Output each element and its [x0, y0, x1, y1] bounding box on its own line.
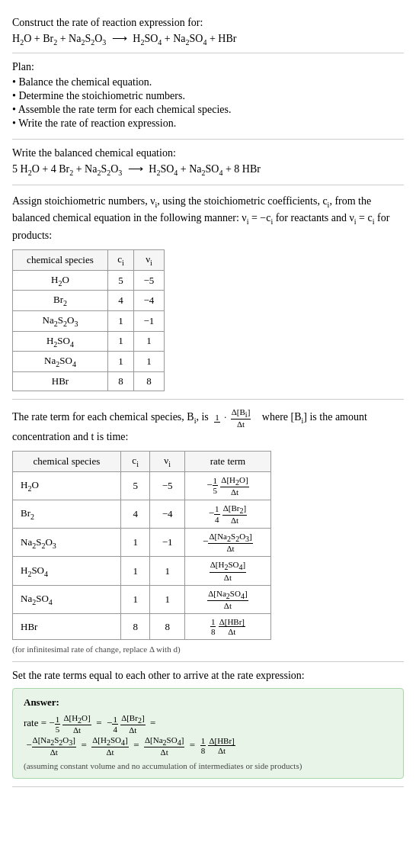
rt-vi-br2: −4 — [150, 500, 184, 528]
stoich-intro: Assign stoichiometric numbers, νi, using… — [12, 193, 404, 244]
rate-term-section: The rate term for each chemical species,… — [12, 400, 404, 662]
rt-vi-na2so4: 1 — [150, 585, 184, 613]
table-row: H2O 5 −5 −15 Δ[H2O]Δt — [13, 471, 271, 500]
rt-term-hbr: 18 Δ[HBr]Δt — [184, 614, 270, 640]
table-row: H2SO4 1 1 — [13, 331, 165, 352]
vi-h2so4: 1 — [133, 331, 164, 352]
rate-terms-table: chemical species ci νi rate term H2O 5 −… — [12, 451, 271, 640]
table-row: Br2 4 −4 −14 Δ[Br2]Δt — [13, 500, 271, 528]
balanced-label: Write the balanced chemical equation: — [12, 147, 404, 159]
stoich-section: Assign stoichiometric numbers, νi, using… — [12, 185, 404, 400]
answer-box: Answer: rate = −15 Δ[H2O]Δt = −14 Δ[Br2]… — [12, 688, 404, 779]
rt-term-h2so4: Δ[H2SO4]Δt — [184, 557, 270, 585]
table-row: Br2 4 −4 — [13, 291, 165, 311]
plan-step-2: Determine the stoichiometric numbers. — [12, 90, 404, 102]
vi-br2: −4 — [133, 291, 164, 311]
rate-col-term: rate term — [184, 452, 270, 472]
table-row: HBr 8 8 — [13, 371, 165, 391]
rt-term-na2s2o3: −Δ[Na2S2O3]Δt — [184, 529, 270, 557]
plan-step-1: Balance the chemical equation. — [12, 76, 404, 88]
rt-ci-h2so4: 1 — [120, 557, 150, 585]
rate-intro: The rate term for each chemical species,… — [12, 407, 404, 445]
table-row: Na2SO4 1 1 — [13, 352, 165, 372]
balanced-section: Write the balanced chemical equation: 5 … — [12, 140, 404, 185]
rt-vi-h2o: −5 — [150, 471, 184, 500]
rt-ci-na2s2o3: 1 — [120, 529, 150, 557]
rt-ci-hbr: 8 — [120, 614, 150, 640]
table-row: H2SO4 1 1 Δ[H2SO4]Δt — [13, 557, 271, 585]
table-row: HBr 8 8 18 Δ[HBr]Δt — [13, 614, 271, 640]
table-row: H2O 5 −5 — [13, 270, 165, 291]
plan-step-3: Assemble the rate term for each chemical… — [12, 104, 404, 116]
rt-term-br2: −14 Δ[Br2]Δt — [184, 500, 270, 528]
species-hbr: HBr — [13, 371, 108, 391]
species-h2o: H2O — [13, 270, 108, 291]
vi-h2o: −5 — [133, 270, 164, 291]
plan-title: Plan: — [12, 61, 404, 73]
rt-ci-h2o: 5 — [120, 471, 150, 500]
rate-label: rate = — [24, 717, 46, 728]
rt-term-na2so4: Δ[Na2SO4]Δt — [184, 585, 270, 613]
ci-na2s2o3: 1 — [107, 310, 133, 331]
species-br2: Br2 — [13, 291, 108, 311]
species-na2s2o3: Na2S2O3 — [13, 310, 108, 331]
footnote: (for infinitesimal rate of change, repla… — [12, 645, 404, 654]
construct-label: Construct the rate of reaction expressio… — [12, 17, 404, 29]
ci-na2so4: 1 — [107, 352, 133, 372]
vi-na2so4: 1 — [133, 352, 164, 372]
rate-col-ci: ci — [120, 452, 150, 472]
rate-col-species: chemical species — [13, 452, 121, 472]
ci-h2so4: 1 — [107, 331, 133, 352]
answer-label: Answer: — [24, 696, 392, 709]
vi-na2s2o3: −1 — [133, 310, 164, 331]
rate-col-vi: νi — [150, 452, 184, 472]
rt-vi-hbr: 8 — [150, 614, 184, 640]
stoich-col-vi: νi — [133, 250, 164, 271]
header-section: Construct the rate of reaction expressio… — [12, 9, 404, 53]
table-row: Na2S2O3 1 −1 — [13, 310, 165, 331]
rt-ci-br2: 4 — [120, 500, 150, 528]
ci-h2o: 5 — [107, 270, 133, 291]
rt-species-na2so4: Na2SO4 — [13, 585, 121, 613]
ci-hbr: 8 — [107, 371, 133, 391]
ci-br2: 4 — [107, 291, 133, 311]
plan-section: Plan: Balance the chemical equation. Det… — [12, 53, 404, 140]
rt-ci-na2so4: 1 — [120, 585, 150, 613]
rt-species-h2o: H2O — [13, 471, 121, 500]
plan-list: Balance the chemical equation. Determine… — [12, 76, 404, 130]
stoich-col-ci: ci — [107, 250, 133, 271]
rate-expression: rate = −15 Δ[H2O]Δt = −14 Δ[Br2]Δt = −Δ[… — [24, 713, 392, 757]
answer-note: (assuming constant volume and no accumul… — [24, 761, 392, 770]
balanced-equation: 5 H2O + 4 Br2 + Na2S2O3 ⟶ H2SO4 + Na2SO4… — [12, 162, 404, 177]
table-row: Na2S2O3 1 −1 −Δ[Na2S2O3]Δt — [13, 529, 271, 557]
plan-step-4: Write the rate of reaction expression. — [12, 117, 404, 130]
rt-species-na2s2o3: Na2S2O3 — [13, 529, 121, 557]
set-equal-label: Set the rate terms equal to each other t… — [12, 670, 404, 682]
stoich-table: chemical species ci νi H2O 5 −5 Br2 4 −4… — [12, 249, 165, 391]
table-row: Na2SO4 1 1 Δ[Na2SO4]Δt — [13, 585, 271, 613]
reaction-equation: H2O + Br2 + Na2S2O3 ⟶ H2SO4 + Na2SO4 + H… — [12, 32, 404, 47]
vi-hbr: 8 — [133, 371, 164, 391]
species-h2so4: H2SO4 — [13, 331, 108, 352]
rt-term-h2o: −15 Δ[H2O]Δt — [184, 471, 270, 500]
rt-species-br2: Br2 — [13, 500, 121, 528]
species-na2so4: Na2SO4 — [13, 352, 108, 372]
rt-vi-na2s2o3: −1 — [150, 529, 184, 557]
rt-vi-h2so4: 1 — [150, 557, 184, 585]
stoich-col-species: chemical species — [13, 250, 108, 271]
answer-section: Set the rate terms equal to each other t… — [12, 662, 404, 787]
rt-species-h2so4: H2SO4 — [13, 557, 121, 585]
rt-species-hbr: HBr — [13, 614, 121, 640]
